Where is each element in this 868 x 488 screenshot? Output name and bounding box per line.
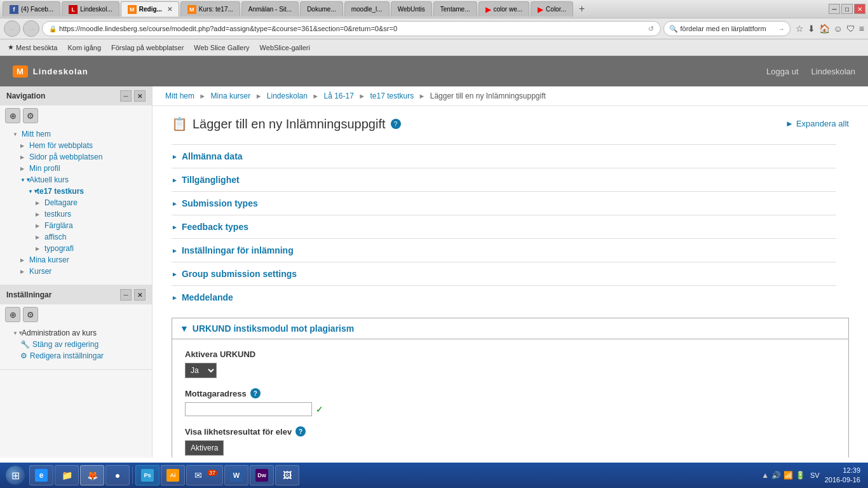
- tab-dokument[interactable]: Dokume...: [300, 1, 343, 17]
- sidebar: Navigation ─ ✕ ⊕ ⚙ Mitt hem: [0, 86, 153, 458]
- nav-minimize-btn[interactable]: ─: [120, 90, 132, 102]
- settings-actions: ⊕ ⚙: [0, 304, 152, 325]
- nav-item-aktuell[interactable]: ▼ Aktuell kurs: [0, 174, 152, 186]
- section-installningar-header[interactable]: ► Inställningar för inlämning: [172, 245, 836, 255]
- tab-close-redig[interactable]: ✕: [167, 6, 172, 13]
- breadcrumb-lindeskolan[interactable]: Lindeskolan: [267, 92, 308, 100]
- nav-item-testkurs[interactable]: testkurs: [0, 208, 152, 220]
- navigation-label: Navigation: [6, 92, 45, 100]
- breadcrumb-arrow-5: ►: [419, 92, 426, 100]
- breadcrumb-arrow-1: ►: [199, 92, 206, 100]
- tab-redig[interactable]: M Redig... ✕: [121, 1, 179, 17]
- tab-moodle[interactable]: moodle_l...: [344, 1, 390, 17]
- back-button[interactable]: ←: [4, 20, 20, 37]
- breadcrumb-arrow-4: ►: [358, 92, 365, 100]
- nav-arrow-hem-webb: [20, 142, 27, 149]
- settings-item-redigera[interactable]: ⚙ Redigera inställningar: [0, 350, 152, 362]
- nav-item-mitt-hem[interactable]: Mitt hem: [0, 128, 152, 140]
- section-feedback-header[interactable]: ► Feedback types: [172, 222, 836, 232]
- section-submission-header[interactable]: ► Submission types: [172, 198, 836, 208]
- nav-item-profil[interactable]: Min profil: [0, 163, 152, 174]
- school-link[interactable]: Lindeskolan: [811, 67, 855, 76]
- nav-item-mina-kurser[interactable]: Mina kurser: [0, 254, 152, 266]
- bookmark-webslice-galleri[interactable]: WebSlice-galleri: [257, 43, 313, 53]
- new-tab-button[interactable]: +: [574, 1, 590, 17]
- visa-help-icon[interactable]: ?: [295, 426, 306, 437]
- tab-webuntis[interactable]: WebUntis: [391, 1, 432, 17]
- breadcrumb-mina-kurser[interactable]: Mina kurser: [211, 92, 251, 100]
- nav-settings-btn[interactable]: ⚙: [23, 108, 38, 123]
- breadcrumb-la16-17[interactable]: Lå 16-17: [324, 92, 354, 100]
- forward-button[interactable]: →: [23, 20, 39, 37]
- bookmark-forslag[interactable]: Förslag på webbplatser: [109, 43, 186, 53]
- search-arrow[interactable]: →: [778, 25, 785, 32]
- nav-close-btn[interactable]: ✕: [134, 90, 146, 102]
- header-links: Logga ut Lindeskolan: [766, 67, 855, 76]
- settings-minimize-btn[interactable]: ─: [120, 289, 132, 301]
- toolbar-icons: ☆ ⬇ 🏠 ☺ 🛡 ≡: [796, 24, 864, 34]
- section-tillganglighet-header[interactable]: ► Tillgänglighet: [172, 175, 836, 185]
- tab-kurs[interactable]: M Kurs: te17...: [180, 1, 240, 17]
- nav-item-affisch[interactable]: affisch: [0, 231, 152, 243]
- mottagaradress-help-icon[interactable]: ?: [250, 388, 261, 398]
- address-bar[interactable]: 🔒 https://moodle.lindesberg.se/course/mo…: [42, 21, 661, 36]
- tab-color2[interactable]: ▶ Color...: [531, 1, 573, 17]
- tab-tentame[interactable]: Tentame...: [433, 1, 477, 17]
- nav-add-btn[interactable]: ⊕: [5, 108, 20, 123]
- nav-item-typografi[interactable]: typografi: [0, 243, 152, 254]
- smiley-icon[interactable]: ☺: [834, 24, 843, 34]
- mottagaradress-row: Mottagaradress ? ✓: [185, 388, 836, 416]
- section-group: ► Group submission settings: [172, 262, 836, 285]
- bookmark-mest-besokta[interactable]: ★ Mest besökta: [5, 42, 60, 53]
- minimize-button[interactable]: ─: [829, 4, 840, 14]
- nav-item-farglara[interactable]: Färglära: [0, 220, 152, 231]
- section-meddelande-arrow: ►: [172, 294, 178, 301]
- tab-anmalan[interactable]: Anmälan - Sit...: [241, 1, 299, 17]
- maximize-button[interactable]: □: [841, 4, 853, 14]
- bookmark-webslice[interactable]: Web Slice Gallery: [191, 43, 252, 53]
- download-icon[interactable]: ⬇: [808, 24, 815, 34]
- nav-item-hem-webbplats[interactable]: Hem för webbplats: [0, 140, 152, 151]
- expand-all-button[interactable]: ► Expandera allt: [785, 119, 849, 128]
- section-meddelande-header[interactable]: ► Meddelande: [172, 292, 836, 302]
- visa-aktivera-btn[interactable]: Aktivera: [185, 440, 224, 456]
- settings-add-btn[interactable]: ⊕: [5, 307, 20, 322]
- section-allmanna: ► Allmänna data: [172, 144, 836, 168]
- close-button[interactable]: ✕: [854, 4, 865, 14]
- breadcrumb-te17[interactable]: te17 testkurs: [370, 92, 414, 100]
- nav-item-te17[interactable]: ▼ te17 testkurs: [0, 186, 152, 197]
- logout-link[interactable]: Logga ut: [766, 67, 799, 76]
- aktivera-row: Aktivera URKUND Ja Nej: [185, 349, 836, 378]
- title-help-icon[interactable]: ?: [391, 119, 401, 129]
- home-icon[interactable]: 🏠: [819, 24, 830, 34]
- nav-item-deltagare[interactable]: Deltagare: [0, 197, 152, 208]
- nav-item-kurser[interactable]: Kurser: [0, 266, 152, 277]
- section-group-header[interactable]: ► Group submission settings: [172, 269, 836, 279]
- section-submission: ► Submission types: [172, 191, 836, 215]
- navigation-actions: ⊕ ⚙: [0, 105, 152, 126]
- shield-icon[interactable]: 🛡: [846, 24, 855, 34]
- nav-arrow-testkurs: [36, 211, 42, 217]
- breadcrumb-mitt-hem[interactable]: Mitt hem: [165, 92, 194, 100]
- menu-icon[interactable]: ≡: [859, 24, 864, 34]
- reload-icon[interactable]: ↺: [648, 25, 654, 33]
- nav-item-sidor[interactable]: Sidor på webbplatsen: [0, 151, 152, 163]
- search-bar[interactable]: 🔍 fördelar med en lärplattform →: [663, 21, 790, 36]
- tab-facebook[interactable]: f (4) Faceb...: [3, 1, 60, 17]
- mottagaradress-input-row: ✓: [185, 402, 836, 416]
- urkund-header[interactable]: ▼ URKUND instiksmodul mot plagiarism: [172, 318, 848, 339]
- settings-item-stang[interactable]: 🔧 Stäng av redigering: [0, 339, 152, 350]
- moodle-logo: M Lindeskolan: [13, 65, 88, 78]
- settings-config-btn[interactable]: ⚙: [23, 307, 38, 322]
- aktivera-select[interactable]: Ja Nej: [185, 363, 217, 378]
- navigation-controls: ─ ✕: [120, 90, 146, 102]
- settings-close-btn[interactable]: ✕: [134, 289, 146, 301]
- section-allmanna-header[interactable]: ► Allmänna data: [172, 151, 836, 161]
- settings-label: Inställningar: [6, 290, 51, 299]
- bookmark-kom-igang[interactable]: Kom igång: [65, 43, 104, 53]
- mottagaradress-input[interactable]: [185, 402, 312, 416]
- bookmark-star-icon[interactable]: ☆: [796, 24, 804, 34]
- breadcrumb-arrow-3: ►: [312, 92, 319, 100]
- tab-color1[interactable]: ▶ color we...: [478, 1, 530, 17]
- tab-lindeskol[interactable]: L Lindeskol...: [62, 1, 119, 17]
